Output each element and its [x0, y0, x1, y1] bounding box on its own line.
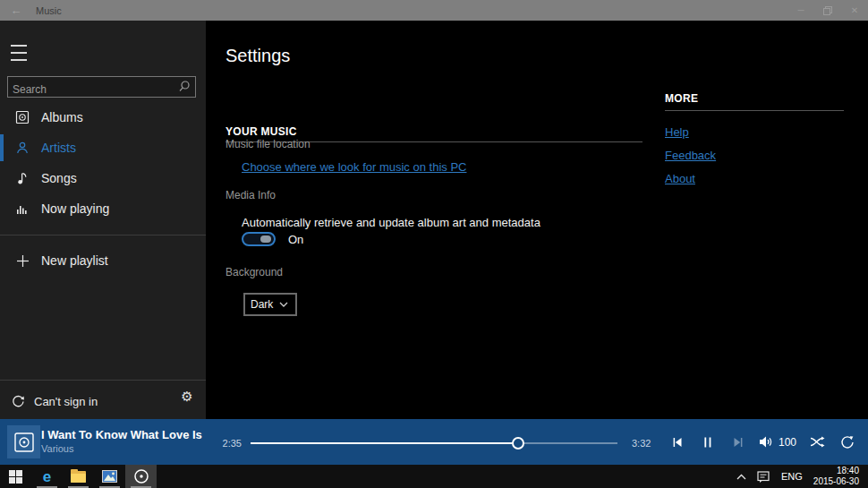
your-music-heading: YOUR MUSIC: [226, 125, 297, 138]
sidebar-item-now-playing[interactable]: Now playing: [0, 193, 206, 224]
auto-retrieve-label: Automatically retrieve and update album …: [242, 216, 540, 229]
toggle-state-label: On: [288, 233, 303, 246]
skip-next-icon: [732, 436, 745, 449]
taskbar-music-button[interactable]: [125, 465, 157, 488]
groove-music-icon: [133, 468, 149, 484]
toggle-thumb-icon: [260, 235, 271, 243]
sync-icon: [9, 392, 27, 410]
previous-button[interactable]: [662, 419, 693, 465]
sidebar-item-label: Now playing: [41, 201, 109, 216]
album-icon: [14, 109, 30, 125]
more-heading: MORE: [665, 92, 698, 105]
progress-thumb[interactable]: [512, 437, 524, 449]
duration-time: 3:32: [632, 438, 660, 449]
chevron-up-icon: [736, 474, 746, 480]
now-playing-bar: I Want To Know What Love Is Various 2:35…: [0, 419, 868, 465]
album-art-placeholder[interactable]: [7, 425, 40, 458]
date: 2015-06-30: [813, 476, 859, 487]
gear-icon: ⚙: [181, 389, 192, 405]
action-center-button[interactable]: [753, 465, 774, 488]
new-playlist-button[interactable]: New playlist: [0, 245, 206, 276]
search-box: [7, 76, 196, 98]
sidebar-item-label: Albums: [41, 110, 83, 124]
close-button[interactable]: ✕: [841, 0, 868, 21]
restore-icon: [823, 6, 832, 15]
minimize-button[interactable]: ─: [787, 0, 814, 21]
titlebar: ← Music ─ ✕: [0, 0, 868, 21]
shuffle-button[interactable]: [802, 419, 832, 465]
now-playing-icon: [14, 201, 30, 217]
window-controls: ─ ✕: [787, 0, 868, 21]
music-app-window: ← Music ─ ✕: [0, 0, 868, 488]
skip-previous-icon: [671, 436, 684, 449]
sidebar-item-songs[interactable]: Songs: [0, 163, 206, 193]
close-icon: ✕: [851, 5, 858, 15]
progress-fill: [251, 442, 518, 444]
seek-slider[interactable]: [251, 442, 617, 444]
search-input[interactable]: [13, 82, 165, 97]
settings-page: Settings YOUR MUSIC Music file location …: [206, 21, 868, 419]
more-divider: [665, 110, 844, 111]
feedback-link[interactable]: Feedback: [665, 149, 716, 162]
media-info-toggle[interactable]: [242, 232, 276, 246]
about-link[interactable]: About: [665, 172, 695, 185]
start-button[interactable]: [0, 465, 31, 488]
background-select-value: Dark: [251, 298, 273, 311]
sidebar-divider-bottom: [0, 380, 206, 381]
sidebar-item-artists[interactable]: Artists: [0, 133, 206, 163]
taskbar-photos-button[interactable]: [94, 465, 125, 488]
shuffle-icon: [810, 436, 825, 448]
clock[interactable]: 18:40 2015-06-30: [810, 466, 863, 487]
playback-controls: 100: [662, 419, 863, 465]
background-label: Background: [226, 266, 283, 278]
new-playlist-label: New playlist: [41, 253, 108, 268]
minimize-icon: ─: [797, 5, 804, 15]
back-arrow-icon: ←: [11, 4, 22, 17]
action-center-icon: [757, 471, 770, 483]
album-art-icon: [13, 431, 36, 454]
window-title: Music: [36, 5, 62, 16]
sign-in-button[interactable]: Can't sign in: [0, 386, 206, 416]
next-button[interactable]: [723, 419, 753, 465]
app-body: Albums Artists Songs: [0, 21, 868, 419]
back-button[interactable]: ←: [0, 0, 32, 21]
tray-chevron-button[interactable]: [732, 465, 751, 488]
photos-icon: [102, 470, 117, 483]
chevron-down-icon: [279, 302, 288, 307]
volume-level: 100: [779, 436, 802, 449]
help-link[interactable]: Help: [665, 125, 689, 139]
sidebar-item-label: Artists: [41, 141, 76, 155]
repeat-button[interactable]: [832, 419, 863, 465]
media-info-toggle-row: On: [242, 232, 303, 246]
sidebar-nav: Albums Artists Songs: [0, 102, 206, 224]
restore-button[interactable]: [814, 0, 841, 21]
track-title[interactable]: I Want To Know What Love Is: [41, 428, 202, 441]
pause-icon: [702, 436, 713, 449]
song-icon: [14, 170, 30, 186]
volume-button[interactable]: [753, 419, 779, 465]
taskbar-explorer-button[interactable]: [63, 465, 94, 488]
repeat-icon: [840, 435, 855, 449]
settings-gear-button[interactable]: ⚙: [177, 387, 197, 407]
choose-music-location-link[interactable]: Choose where we look for music on this P…: [242, 160, 466, 174]
language-indicator[interactable]: ENG: [776, 471, 808, 482]
system-tray: ENG 18:40 2015-06-30: [732, 465, 868, 488]
taskbar: e ENG 18:40 2015-06-30: [0, 465, 868, 488]
search-icon: [177, 79, 191, 93]
track-artist[interactable]: Various: [41, 443, 73, 454]
sidebar-item-label: Songs: [41, 171, 77, 185]
windows-logo-icon: [9, 470, 22, 484]
music-file-location-label: Music file location: [226, 138, 311, 150]
hamburger-menu-button[interactable]: [7, 44, 30, 62]
edge-icon: e: [43, 469, 51, 484]
volume-icon: [759, 435, 774, 449]
background-select[interactable]: Dark: [243, 293, 297, 316]
sidebar-item-albums[interactable]: Albums: [0, 102, 206, 133]
elapsed-time: 2:35: [213, 438, 242, 449]
media-info-label: Media Info: [226, 189, 276, 201]
pause-button[interactable]: [693, 419, 723, 465]
hamburger-icon: [11, 45, 27, 47]
time: 18:40: [813, 466, 859, 476]
taskbar-edge-button[interactable]: e: [31, 465, 63, 488]
sidebar-divider: [0, 235, 206, 235]
